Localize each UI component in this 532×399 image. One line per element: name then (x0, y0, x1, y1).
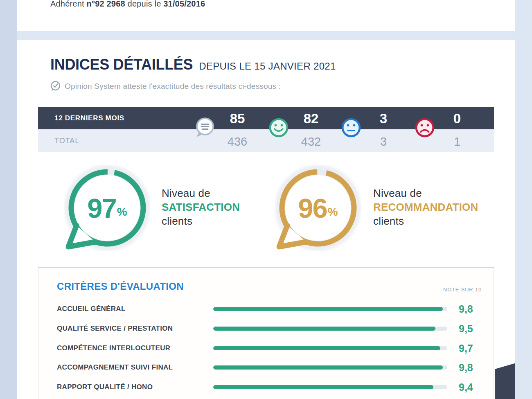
last-12-months-value: 82 (304, 111, 319, 126)
criteria-score: 9,8 (459, 303, 473, 315)
page-title: INDICES DÉTAILLÉS (50, 56, 193, 73)
last-12-months-label: 12 DERNIERS MOIS (54, 107, 124, 129)
attestation-line: Opinion System atteste l'exactitude des … (50, 81, 281, 92)
criteria-bar-track (213, 365, 447, 370)
caption-line3: clients (373, 214, 478, 228)
reviews-table: 12 DERNIERS MOIS TOTAL 85436 82432 33 01 (38, 107, 494, 152)
criteria-label: ACCOMPAGNEMENT SUIVI FINAL (57, 363, 173, 372)
total-value: 432 (301, 135, 321, 149)
member-card: Adhérent n°92 2968 depuis le 31/05/2016 (17, 0, 515, 31)
criteria-score: 9,5 (459, 322, 473, 334)
criteria-score: 9,4 (459, 381, 473, 393)
criteria-bar-track (213, 307, 447, 311)
satisfaction-gauge: 97% (64, 165, 150, 251)
criteria-score: 9,8 (459, 362, 473, 374)
page-subtitle: DEPUIS LE 15 JANVIER 2021 (199, 61, 336, 72)
criteria-bar-fill (213, 307, 443, 311)
attestation-text: Opinion System atteste l'exactitude des … (65, 82, 281, 91)
criteria-row: COMPÉTENCE INTERLOCUTEUR9,7 (38, 342, 494, 354)
satisfaction-gauge-value: 97% (64, 165, 150, 251)
criteria-label: RAPPORT QUALITÉ / HONO (57, 383, 153, 391)
last-12-months-value: 0 (453, 111, 461, 126)
member-middle: depuis le (125, 0, 163, 8)
last-12-months-value: 85 (230, 111, 245, 126)
criteria-row: ACCUEIL GÉNÉRAL9,8 (38, 303, 494, 315)
criteria-score: 9,7 (459, 342, 473, 354)
member-date: 31/05/2016 (163, 0, 205, 8)
criteria-row: ACCOMPAGNEMENT SUIVI FINAL9,8 (38, 361, 494, 374)
total-value: 1 (454, 135, 460, 149)
criteria-bar-fill (213, 365, 443, 370)
verified-check-icon (50, 81, 61, 92)
sad-face-icon (415, 118, 435, 139)
caption-line3: clients (162, 214, 240, 228)
section-heading: INDICES DÉTAILLÉS DEPUIS LE 15 JANVIER 2… (50, 56, 336, 73)
caption-line2: SATISFACTION (162, 200, 240, 214)
criteria-label: QUALITÉ SERVICE / PRESTATION (57, 325, 173, 333)
recommendation-gauge-caption: Niveau de RECOMMANDATION clients (373, 186, 478, 228)
page-left-margin (0, 0, 17, 399)
member-prefix: Adhérent (50, 0, 87, 8)
total-value: 436 (228, 135, 247, 149)
criteria-bar-track (213, 346, 447, 350)
criteria-title: CRITÈRES D'ÉVALUATION (57, 281, 184, 292)
criteria-bar-fill (213, 327, 435, 331)
criteria-box: CRITÈRES D'ÉVALUATION NOTE SUR 10 ACCUEI… (38, 267, 494, 399)
neutral-face-icon (341, 118, 361, 139)
last-12-months-value: 3 (380, 111, 387, 126)
criteria-label: ACCUEIL GÉNÉRAL (57, 305, 126, 313)
criteria-bar-fill (213, 346, 440, 350)
recommendation-gauge: 96% (275, 165, 361, 251)
happy-face-icon (269, 118, 289, 139)
recommendation-gauge-value: 96% (275, 165, 361, 251)
caption-line1: Niveau de (162, 186, 240, 200)
criteria-bar-track (213, 327, 447, 331)
member-number: n°92 2968 (87, 0, 125, 8)
caption-line1: Niveau de (373, 186, 478, 200)
criteria-row: QUALITÉ SERVICE / PRESTATION9,5 (38, 322, 494, 335)
speech-bubble-icon (194, 117, 216, 140)
indices-card: INDICES DÉTAILLÉS DEPUIS LE 15 JANVIER 2… (17, 40, 515, 399)
caption-line2: RECOMMANDATION (373, 200, 478, 214)
criteria-label: COMPÉTENCE INTERLOCUTEUR (57, 344, 170, 352)
satisfaction-gauge-caption: Niveau de SATISFACTION clients (162, 186, 240, 228)
criteria-scale-note: NOTE SUR 10 (443, 286, 482, 293)
criteria-row: RAPPORT QUALITÉ / HONO9,4 (38, 381, 494, 393)
total-value: 3 (380, 135, 387, 149)
criteria-bar-fill (213, 385, 433, 389)
member-line: Adhérent n°92 2968 depuis le 31/05/2016 (50, 0, 205, 9)
criteria-bar-track (213, 385, 447, 389)
total-label: TOTAL (54, 129, 79, 152)
